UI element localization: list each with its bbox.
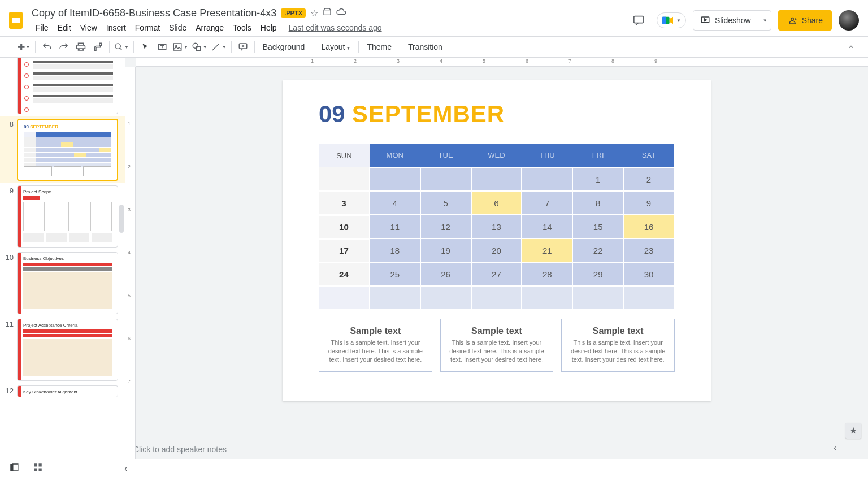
- theme-button[interactable]: Theme: [362, 42, 396, 51]
- calendar-cell[interactable]: 27: [471, 262, 522, 286]
- calendar-cell[interactable]: [572, 286, 623, 310]
- calendar-cell[interactable]: 1: [572, 167, 623, 191]
- filmstrip-scrollbar[interactable]: [119, 205, 124, 233]
- move-icon[interactable]: [323, 7, 332, 19]
- calendar-cell[interactable]: 15: [572, 215, 623, 238]
- line-tool[interactable]: ▼: [210, 39, 228, 55]
- calendar-cell[interactable]: 9: [623, 191, 674, 215]
- calendar-cell[interactable]: 14: [522, 215, 572, 238]
- calendar-cell[interactable]: 6: [471, 191, 522, 215]
- share-button[interactable]: Share: [778, 10, 832, 31]
- calendar-cell[interactable]: [370, 167, 420, 191]
- print-button[interactable]: [73, 39, 89, 55]
- explore-button[interactable]: [845, 423, 861, 439]
- menu-arrange[interactable]: Arrange: [192, 22, 228, 33]
- calendar-cell[interactable]: 8: [572, 191, 623, 215]
- menu-format[interactable]: Format: [131, 22, 164, 33]
- filmstrip[interactable]: 8 09 SEPTEMBER 9 Project Scope: [0, 58, 125, 459]
- document-title[interactable]: Copy of ItemID-6658-Business Case Presen…: [32, 7, 276, 19]
- thumb-slide-7[interactable]: [17, 58, 118, 114]
- filmstrip-view-icon[interactable]: [9, 462, 19, 475]
- zoom-button[interactable]: ▼: [113, 39, 130, 55]
- redo-button[interactable]: [56, 39, 72, 55]
- menu-help[interactable]: Help: [257, 22, 281, 33]
- calendar-cell[interactable]: [522, 167, 572, 191]
- calendar-cell[interactable]: [420, 286, 471, 310]
- calendar-cell[interactable]: 2: [623, 167, 674, 191]
- meet-button[interactable]: ▼: [657, 12, 686, 28]
- thumb-slide-12[interactable]: Key Stakeholder Alignment: [17, 385, 118, 397]
- textbox-tool[interactable]: [154, 39, 170, 55]
- calendar-cell[interactable]: 28: [522, 262, 572, 286]
- calendar-cell[interactable]: 30: [623, 262, 674, 286]
- calendar-cell[interactable]: 16: [623, 215, 674, 238]
- calendar-cell[interactable]: 26: [420, 262, 471, 286]
- calendar-cell[interactable]: [471, 286, 522, 310]
- calendar-cell[interactable]: [522, 286, 572, 310]
- calendar-cell[interactable]: [420, 167, 471, 191]
- calendar-cell[interactable]: 20: [471, 238, 522, 262]
- speaker-notes[interactable]: Click to add speaker notes: [125, 441, 868, 459]
- collapse-toolbar-icon[interactable]: [843, 39, 859, 55]
- sample-text-box[interactable]: Sample textThis is a sample text. Insert…: [319, 319, 432, 372]
- calendar-cell[interactable]: [623, 286, 674, 310]
- calendar-cell[interactable]: 5: [420, 191, 471, 215]
- comments-icon[interactable]: [627, 9, 650, 32]
- calendar-cell[interactable]: 25: [370, 262, 420, 286]
- menu-edit[interactable]: Edit: [54, 22, 75, 33]
- slideshow-dropdown[interactable]: ▼: [758, 11, 771, 30]
- calendar-cell[interactable]: 7: [522, 191, 572, 215]
- paint-format-button[interactable]: [90, 39, 106, 55]
- slides-logo[interactable]: [5, 9, 27, 32]
- star-icon[interactable]: ☆: [310, 8, 318, 19]
- calendar-cell[interactable]: 19: [420, 238, 471, 262]
- thumb-slide-10[interactable]: Business Objectives: [17, 252, 118, 314]
- slide-canvas[interactable]: 09 SEPTEMBER SUNMONTUEWEDTHUFRISAT 12345…: [283, 80, 711, 401]
- menu-tools[interactable]: Tools: [229, 22, 255, 33]
- menu-view[interactable]: View: [76, 22, 101, 33]
- filmstrip-collapse-icon[interactable]: ‹: [124, 463, 127, 474]
- calendar-cell[interactable]: 12: [420, 215, 471, 238]
- layout-button[interactable]: Layout▼: [316, 42, 355, 51]
- cloud-icon[interactable]: [336, 7, 346, 19]
- select-tool[interactable]: [137, 39, 153, 55]
- calendar-cell[interactable]: 3: [319, 191, 370, 215]
- side-panel-chevron[interactable]: ‹: [834, 443, 836, 452]
- comment-tool[interactable]: [235, 39, 251, 55]
- slideshow-button[interactable]: Slideshow ▼: [693, 10, 771, 31]
- calendar-cell[interactable]: 18: [370, 238, 420, 262]
- shape-tool[interactable]: ▼: [190, 39, 209, 55]
- calendar-cell[interactable]: 23: [623, 238, 674, 262]
- background-button[interactable]: Background: [258, 42, 310, 51]
- calendar-cell[interactable]: 4: [370, 191, 420, 215]
- calendar-cell[interactable]: 21: [522, 238, 572, 262]
- account-avatar[interactable]: [839, 10, 859, 31]
- calendar-cell[interactable]: [471, 167, 522, 191]
- menu-slide[interactable]: Slide: [165, 22, 190, 33]
- transition-button[interactable]: Transition: [403, 42, 447, 51]
- calendar-cell[interactable]: [370, 286, 420, 310]
- calendar-cell[interactable]: 17: [319, 238, 370, 262]
- sample-text-box[interactable]: Sample textThis is a sample text. Insert…: [561, 319, 675, 372]
- last-edit-link[interactable]: Last edit was seconds ago: [289, 23, 382, 32]
- slide-title[interactable]: 09 SEPTEMBER: [319, 101, 675, 128]
- image-tool[interactable]: ▼: [171, 39, 189, 55]
- calendar-table[interactable]: SUNMONTUEWEDTHUFRISAT 123456789101112131…: [319, 144, 675, 311]
- thumb-slide-8[interactable]: 09 SEPTEMBER: [17, 119, 118, 181]
- sample-text-box[interactable]: Sample textThis is a sample text. Insert…: [440, 319, 554, 372]
- calendar-cell[interactable]: 13: [471, 215, 522, 238]
- thumb-slide-11[interactable]: Project Acceptance Criteria: [17, 319, 118, 381]
- thumb-slide-9[interactable]: Project Scope: [17, 185, 118, 248]
- new-slide-button[interactable]: ✚▼: [16, 39, 32, 55]
- calendar-cell[interactable]: 29: [572, 262, 623, 286]
- calendar-cell[interactable]: 24: [319, 262, 370, 286]
- menu-file[interactable]: File: [32, 22, 53, 33]
- calendar-cell[interactable]: 11: [370, 215, 420, 238]
- calendar-cell[interactable]: 22: [572, 238, 623, 262]
- calendar-cell[interactable]: 10: [319, 215, 370, 238]
- grid-view-icon[interactable]: [33, 462, 43, 475]
- calendar-cell[interactable]: [319, 286, 370, 310]
- menu-insert[interactable]: Insert: [102, 22, 130, 33]
- undo-button[interactable]: [39, 39, 55, 55]
- calendar-cell[interactable]: [319, 167, 370, 191]
